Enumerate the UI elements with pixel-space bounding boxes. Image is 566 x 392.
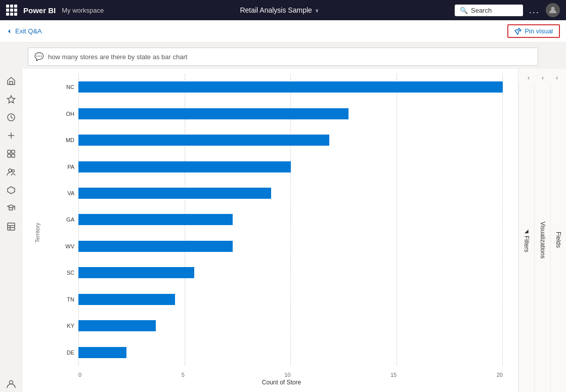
main-area: Territory NCOHMDPAVAGAWVSCTNKYDE 0	[0, 69, 566, 392]
brand-label: Power BI	[23, 6, 56, 15]
pin-visual-button[interactable]: Pin visual	[507, 24, 560, 38]
bar-track	[78, 81, 503, 93]
bar-row: SC	[60, 267, 503, 278]
bar-label: MD	[60, 137, 74, 143]
bar-track	[78, 241, 503, 252]
right-panel-tabs: ◢ Filters Visualizations Fields	[518, 84, 566, 392]
x-axis-ticks: 0 5 10 15 20	[78, 372, 503, 378]
secondary-navigation: Exit Q&A Pin visual	[0, 20, 566, 42]
bar-row: GA	[60, 214, 503, 225]
svg-rect-14	[8, 223, 15, 230]
svg-point-11	[12, 170, 14, 172]
sidebar-workspaces[interactable]	[3, 182, 19, 198]
bar-label: SC	[60, 270, 74, 276]
waffle-menu[interactable]	[6, 5, 17, 16]
svg-rect-8	[8, 154, 11, 157]
bar-label: NC	[60, 84, 74, 90]
bar-track	[78, 294, 503, 305]
sidebar-apps[interactable]	[3, 146, 19, 162]
bar-fill[interactable]	[78, 294, 175, 305]
sidebar-shared[interactable]	[3, 164, 19, 180]
bar-track	[78, 161, 503, 172]
bar-label: KY	[60, 323, 74, 329]
svg-point-10	[9, 169, 12, 172]
svg-rect-6	[8, 150, 11, 153]
qa-text: how many stores are there by state as ba…	[48, 53, 187, 61]
sidebar-home[interactable]	[3, 73, 19, 89]
chat-icon: 💬	[34, 52, 44, 61]
panel-arrow-left3[interactable]: ‹	[551, 72, 563, 84]
search-icon: 🔍	[460, 7, 468, 14]
bar-label: VA	[60, 190, 74, 196]
bar-row: PA	[60, 161, 503, 172]
x-tick-20: 20	[497, 372, 503, 378]
left-sidebar	[0, 69, 22, 392]
bar-fill[interactable]	[78, 135, 329, 146]
bar-row: VA	[60, 188, 503, 199]
qa-input-bar[interactable]: 💬 how many stores are there by state as …	[28, 48, 538, 66]
bar-label: GA	[60, 216, 74, 223]
bar-row: DE	[60, 347, 503, 358]
bar-track	[78, 108, 503, 119]
sidebar-create[interactable]	[3, 127, 19, 144]
svg-rect-1	[10, 81, 13, 84]
bar-fill[interactable]	[78, 161, 291, 172]
bar-row: KY	[60, 320, 503, 331]
exit-qa-label: Exit Q&A	[15, 27, 42, 35]
right-panel: ‹ ‹ ‹ ◢ Filters Visualizations Fields	[518, 69, 566, 392]
bar-fill[interactable]	[78, 241, 233, 252]
chart-area: Territory NCOHMDPAVAGAWVSCTNKYDE 0	[22, 69, 518, 392]
sidebar-datasets[interactable]	[3, 219, 19, 235]
bar-row: OH	[60, 108, 503, 119]
sidebar-favorites[interactable]	[3, 91, 19, 107]
bar-label: TN	[60, 296, 74, 302]
bar-track	[78, 135, 503, 146]
x-tick-5: 5	[182, 372, 185, 378]
y-axis-label: Territory	[34, 223, 40, 243]
x-axis-title: Count of Store	[60, 379, 503, 386]
bar-fill[interactable]	[78, 267, 194, 278]
bar-row: NC	[60, 81, 503, 93]
sidebar-profile[interactable]	[3, 376, 19, 392]
bar-track	[78, 267, 503, 278]
tab-filters[interactable]: ◢ Filters	[518, 84, 534, 392]
search-box[interactable]: 🔍 Search	[455, 5, 523, 16]
bar-label: OH	[60, 111, 74, 117]
back-button[interactable]: Exit Q&A	[6, 27, 42, 35]
bar-fill[interactable]	[78, 214, 233, 225]
bar-track	[78, 214, 503, 225]
bar-fill[interactable]	[78, 320, 156, 331]
svg-marker-2	[7, 96, 15, 103]
sidebar-learn[interactable]	[3, 200, 19, 216]
bar-label: WV	[60, 243, 74, 249]
bar-track	[78, 320, 503, 331]
bar-fill[interactable]	[78, 188, 271, 199]
svg-rect-9	[12, 154, 15, 157]
more-options-button[interactable]: ...	[529, 5, 540, 16]
x-tick-15: 15	[390, 372, 397, 378]
top-navigation: Power BI My workspace Retail Analysis Sa…	[0, 0, 566, 20]
bar-row: MD	[60, 135, 503, 146]
tab-visualizations[interactable]: Visualizations	[534, 84, 550, 392]
user-avatar[interactable]	[546, 3, 560, 17]
bar-row: TN	[60, 294, 503, 305]
bar-fill[interactable]	[78, 81, 503, 93]
bar-label: PA	[60, 164, 74, 170]
bar-row: WV	[60, 241, 503, 252]
bar-track	[78, 347, 503, 358]
bar-fill[interactable]	[78, 347, 126, 358]
bar-label: DE	[60, 350, 74, 356]
tab-fields[interactable]: Fields	[550, 84, 566, 392]
panel-arrow-left2[interactable]: ‹	[537, 72, 549, 84]
svg-marker-12	[8, 187, 15, 194]
report-chevron[interactable]: ∨	[315, 8, 319, 13]
right-panel-controls: ‹ ‹ ‹	[518, 69, 566, 84]
report-title: Retail Analysis Sample ∨	[110, 6, 449, 14]
workspace-label[interactable]: My workspace	[62, 7, 104, 14]
sidebar-recent[interactable]	[3, 109, 19, 125]
bar-track	[78, 188, 503, 199]
bar-fill[interactable]	[78, 108, 349, 119]
svg-rect-7	[12, 150, 15, 153]
panel-arrow-left[interactable]: ‹	[523, 72, 535, 84]
x-tick-0: 0	[78, 372, 81, 378]
